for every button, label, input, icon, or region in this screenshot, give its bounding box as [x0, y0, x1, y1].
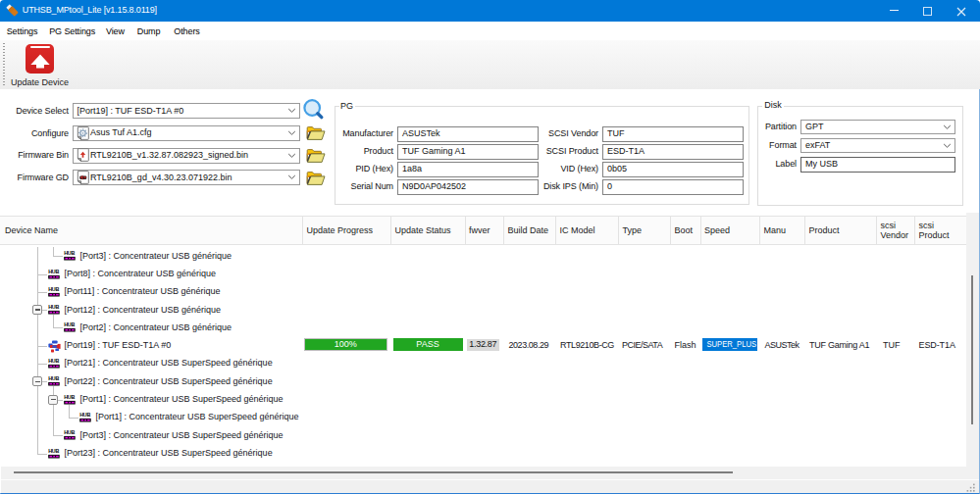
svg-text:HUB: HUB: [64, 250, 75, 256]
svg-text:HUB: HUB: [48, 286, 59, 292]
svg-text:HUB: HUB: [48, 269, 59, 274]
svg-text:HUB: HUB: [79, 412, 90, 418]
svg-text:HUB: HUB: [64, 321, 75, 327]
svg-text:HUB: HUB: [48, 304, 59, 310]
svg-text:HUB: HUB: [48, 358, 59, 364]
svg-text:HUB: HUB: [64, 394, 75, 400]
svg-text:HUB: HUB: [48, 448, 59, 454]
svg-text:HUB: HUB: [48, 375, 59, 381]
svg-text:HUB: HUB: [64, 429, 75, 435]
